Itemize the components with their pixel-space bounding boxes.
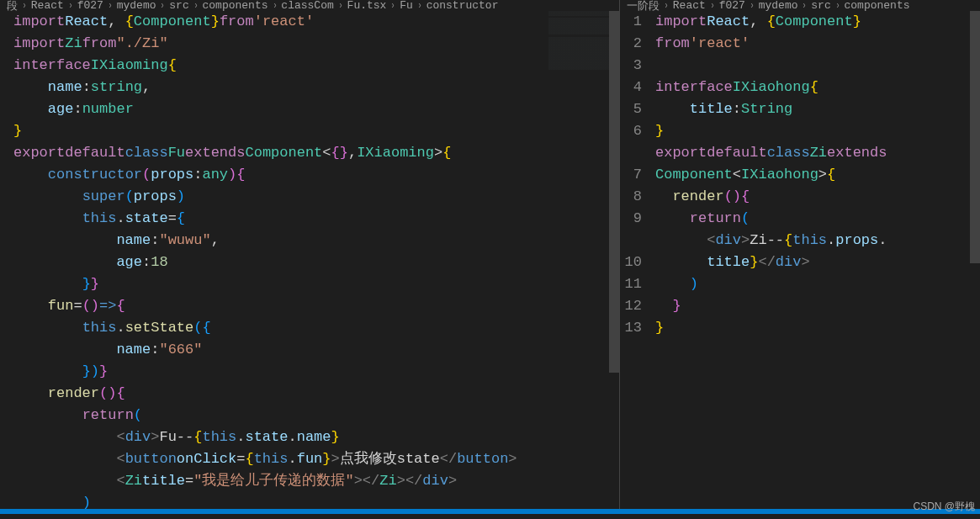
- code-left[interactable]: importReact, {Component}from'react'impor…: [13, 11, 619, 509]
- editor-split-view: 段›React›f027›mydemo›src›components›class…: [0, 0, 980, 509]
- line-number: 12: [620, 295, 642, 317]
- chevron-right-icon: ›: [22, 0, 26, 11]
- code-right[interactable]: importReact, {Component}from'react'inter…: [655, 11, 980, 509]
- code-line[interactable]: this.setState({: [13, 317, 619, 339]
- code-line[interactable]: age:number: [13, 98, 619, 120]
- code-line[interactable]: }: [13, 120, 619, 142]
- scrollbar-left[interactable]: [609, 11, 619, 509]
- code-line[interactable]: })}: [13, 361, 619, 383]
- breadcrumb-item[interactable]: classCom: [281, 0, 333, 11]
- breadcrumb-item[interactable]: React: [673, 0, 706, 11]
- chevron-right-icon: ›: [835, 0, 840, 11]
- breadcrumb-item[interactable]: constructor: [426, 0, 499, 11]
- code-line[interactable]: }: [655, 295, 980, 317]
- chevron-right-icon: ›: [193, 0, 198, 11]
- gutter-left: [0, 11, 13, 509]
- line-number: 13: [620, 317, 642, 339]
- breadcrumb-right[interactable]: 一阶段›React›f027›mydemo›src›components: [620, 0, 980, 11]
- code-line[interactable]: }: [655, 317, 980, 339]
- code-line[interactable]: interfaceIXiaohong{: [655, 77, 980, 98]
- line-number: 5: [620, 98, 642, 120]
- line-number: 2: [620, 33, 642, 55]
- code-line[interactable]: ): [655, 273, 980, 295]
- gutter-right: 12345678910111213: [620, 11, 655, 509]
- line-number: [620, 230, 642, 252]
- breadcrumb-item[interactable]: Fu: [400, 0, 413, 11]
- breadcrumb-item[interactable]: 一阶段: [627, 0, 660, 11]
- scroll-thumb[interactable]: [609, 11, 619, 373]
- code-line[interactable]: title}</div>: [655, 252, 980, 273]
- breadcrumb-item[interactable]: mydemo: [117, 0, 156, 11]
- line-number: 6: [620, 120, 642, 142]
- scroll-thumb[interactable]: [970, 11, 980, 263]
- breadcrumb-item[interactable]: src: [169, 0, 188, 11]
- chevron-right-icon: ›: [750, 0, 754, 11]
- chevron-right-icon: ›: [391, 0, 395, 11]
- code-line[interactable]: }}: [13, 273, 619, 295]
- breadcrumb-item[interactable]: mydemo: [759, 0, 798, 11]
- code-line[interactable]: name:"666": [13, 339, 619, 361]
- code-line[interactable]: importZifrom"./Zi": [13, 33, 619, 55]
- chevron-right-icon: ›: [68, 0, 72, 11]
- line-number: [620, 142, 642, 164]
- breadcrumb-item[interactable]: components: [845, 0, 910, 11]
- code-editor-right[interactable]: 12345678910111213 importReact, {Componen…: [620, 11, 980, 509]
- chevron-right-icon: ›: [161, 0, 165, 11]
- breadcrumb-left[interactable]: 段›React›f027›mydemo›src›components›class…: [0, 0, 619, 11]
- code-line[interactable]: fun=()=>{: [13, 295, 619, 317]
- code-line[interactable]: exportdefaultclassZiextends: [655, 142, 980, 164]
- breadcrumb-item[interactable]: f027: [719, 0, 745, 11]
- code-line[interactable]: return(: [655, 208, 980, 230]
- code-line[interactable]: this.state={: [13, 208, 619, 230]
- chevron-right-icon: ›: [338, 0, 342, 11]
- breadcrumb-item[interactable]: components: [203, 0, 268, 11]
- code-line[interactable]: [655, 55, 980, 77]
- code-line[interactable]: exportdefaultclassFuextendsComponent<{},…: [13, 142, 619, 164]
- breadcrumb-item[interactable]: src: [811, 0, 830, 11]
- code-line[interactable]: title:String: [655, 98, 980, 120]
- code-line[interactable]: [655, 339, 980, 361]
- line-number: 7: [620, 164, 642, 186]
- code-line[interactable]: importReact, {Component}: [655, 11, 980, 33]
- code-line[interactable]: <Zititle="我是给儿子传递的数据"></Zi></div>: [13, 470, 619, 492]
- status-bar[interactable]: [0, 509, 980, 514]
- code-line[interactable]: Component<IXiaohong>{: [655, 164, 980, 186]
- breadcrumb-item[interactable]: 段: [7, 0, 18, 11]
- line-number: 8: [620, 186, 642, 208]
- minimap[interactable]: [548, 11, 609, 70]
- chevron-right-icon: ›: [273, 0, 277, 11]
- code-line[interactable]: render(){: [13, 383, 619, 405]
- code-line[interactable]: <buttononClick={this.fun}>点我修改state</but…: [13, 448, 619, 470]
- line-number: 11: [620, 273, 642, 295]
- chevron-right-icon: ›: [417, 0, 421, 11]
- line-number: 9: [620, 208, 642, 230]
- code-line[interactable]: }: [655, 120, 980, 142]
- code-line[interactable]: <div>Zi--{this.props.: [655, 230, 980, 252]
- code-line[interactable]: interfaceIXiaoming{: [13, 55, 619, 77]
- chevron-right-icon: ›: [108, 0, 112, 11]
- chevron-right-icon: ›: [710, 0, 714, 11]
- code-line[interactable]: ): [13, 492, 619, 509]
- code-line[interactable]: render(){: [655, 186, 980, 208]
- line-number: 1: [620, 11, 642, 33]
- scrollbar-right[interactable]: [970, 11, 980, 509]
- line-number: 10: [620, 252, 642, 273]
- watermark: CSDN @野槐: [913, 500, 975, 514]
- code-line[interactable]: age:18: [13, 252, 619, 273]
- line-number: 4: [620, 77, 642, 98]
- code-line[interactable]: super(props): [13, 186, 619, 208]
- code-line[interactable]: name:"wuwu",: [13, 230, 619, 252]
- code-editor-left[interactable]: importReact, {Component}from'react'impor…: [0, 11, 619, 509]
- code-line[interactable]: return(: [13, 405, 619, 426]
- code-line[interactable]: from'react': [655, 33, 980, 55]
- line-number: [620, 339, 642, 361]
- breadcrumb-item[interactable]: Fu.tsx: [347, 0, 387, 11]
- code-line[interactable]: importReact, {Component}from'react': [13, 11, 619, 33]
- breadcrumb-item[interactable]: f027: [77, 0, 103, 11]
- code-line[interactable]: <div>Fu--{this.state.name}: [13, 426, 619, 448]
- breadcrumb-item[interactable]: React: [31, 0, 64, 11]
- code-line[interactable]: constructor(props:any){: [13, 164, 619, 186]
- editor-pane-left: 段›React›f027›mydemo›src›components›class…: [0, 0, 619, 509]
- chevron-right-icon: ›: [664, 0, 668, 11]
- code-line[interactable]: name:string,: [13, 77, 619, 98]
